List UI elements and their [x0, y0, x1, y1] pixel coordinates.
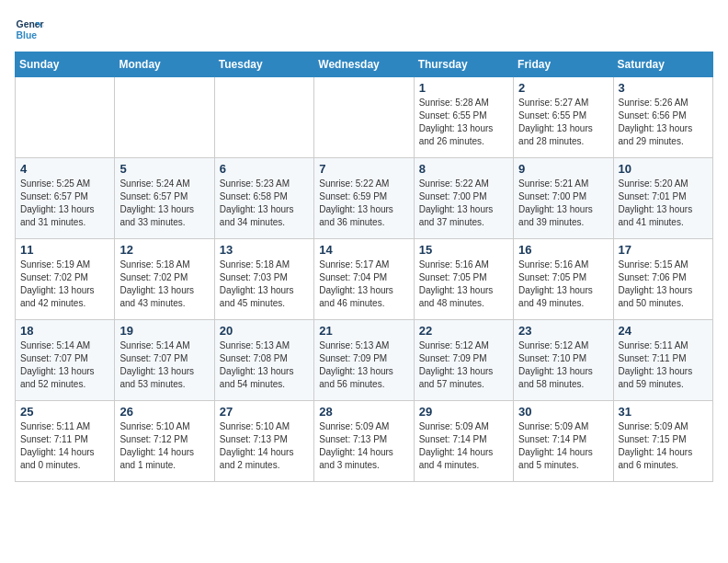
col-header-monday: Monday — [115, 52, 214, 77]
page-header: General Blue — [15, 15, 713, 44]
day-number: 18 — [20, 324, 109, 338]
day-info: Sunrise: 5:21 AM Sunset: 7:00 PM Dayligh… — [518, 178, 608, 229]
day-info: Sunrise: 5:13 AM Sunset: 7:09 PM Dayligh… — [319, 339, 408, 391]
day-info: Sunrise: 5:27 AM Sunset: 6:55 PM Dayligh… — [518, 97, 608, 148]
day-cell-30: 27Sunrise: 5:10 AM Sunset: 7:13 PM Dayli… — [214, 401, 313, 482]
day-number: 14 — [319, 243, 408, 257]
day-cell-10: 7Sunrise: 5:22 AM Sunset: 6:59 PM Daylig… — [314, 158, 414, 239]
day-number: 11 — [20, 243, 109, 257]
day-cell-5: 2Sunrise: 5:27 AM Sunset: 6:55 PM Daylig… — [514, 77, 613, 158]
day-cell-20: 17Sunrise: 5:15 AM Sunset: 7:06 PM Dayli… — [613, 239, 712, 320]
day-info: Sunrise: 5:09 AM Sunset: 7:14 PM Dayligh… — [419, 420, 508, 472]
day-cell-29: 26Sunrise: 5:10 AM Sunset: 7:12 PM Dayli… — [115, 401, 214, 482]
day-info: Sunrise: 5:16 AM Sunset: 7:05 PM Dayligh… — [419, 259, 508, 310]
day-cell-2 — [214, 77, 313, 158]
day-cell-27: 24Sunrise: 5:11 AM Sunset: 7:11 PM Dayli… — [613, 320, 712, 401]
day-cell-7: 4Sunrise: 5:25 AM Sunset: 6:57 PM Daylig… — [16, 158, 115, 239]
day-cell-28: 25Sunrise: 5:11 AM Sunset: 7:11 PM Dayli… — [16, 401, 115, 482]
day-cell-25: 22Sunrise: 5:12 AM Sunset: 7:09 PM Dayli… — [414, 320, 513, 401]
day-cell-16: 13Sunrise: 5:18 AM Sunset: 7:03 PM Dayli… — [214, 239, 313, 320]
day-info: Sunrise: 5:25 AM Sunset: 6:57 PM Dayligh… — [20, 178, 109, 229]
logo: General Blue — [15, 15, 44, 44]
week-row-4: 18Sunrise: 5:14 AM Sunset: 7:07 PM Dayli… — [16, 320, 713, 401]
day-number: 25 — [20, 405, 109, 419]
day-number: 7 — [319, 162, 408, 176]
day-cell-3 — [314, 77, 414, 158]
col-header-friday: Friday — [514, 52, 613, 77]
day-cell-4: 1Sunrise: 5:28 AM Sunset: 6:55 PM Daylig… — [414, 77, 513, 158]
day-info: Sunrise: 5:15 AM Sunset: 7:06 PM Dayligh… — [619, 259, 708, 310]
day-number: 3 — [619, 81, 708, 95]
day-number: 1 — [419, 81, 508, 95]
day-info: Sunrise: 5:20 AM Sunset: 7:01 PM Dayligh… — [619, 178, 708, 229]
day-cell-32: 29Sunrise: 5:09 AM Sunset: 7:14 PM Dayli… — [414, 401, 513, 482]
day-info: Sunrise: 5:09 AM Sunset: 7:15 PM Dayligh… — [619, 420, 708, 472]
day-info: Sunrise: 5:11 AM Sunset: 7:11 PM Dayligh… — [619, 339, 708, 391]
day-number: 17 — [619, 243, 708, 257]
day-info: Sunrise: 5:28 AM Sunset: 6:55 PM Dayligh… — [419, 97, 508, 148]
day-number: 26 — [119, 405, 209, 419]
day-info: Sunrise: 5:12 AM Sunset: 7:10 PM Dayligh… — [518, 339, 608, 391]
day-number: 9 — [518, 162, 608, 176]
day-cell-11: 8Sunrise: 5:22 AM Sunset: 7:00 PM Daylig… — [414, 158, 513, 239]
day-info: Sunrise: 5:12 AM Sunset: 7:09 PM Dayligh… — [419, 339, 508, 391]
day-number: 29 — [419, 405, 508, 419]
col-header-sunday: Sunday — [16, 52, 115, 77]
day-number: 6 — [220, 162, 309, 176]
col-header-tuesday: Tuesday — [214, 52, 313, 77]
day-number: 27 — [220, 405, 309, 419]
day-cell-17: 14Sunrise: 5:17 AM Sunset: 7:04 PM Dayli… — [314, 239, 414, 320]
day-number: 10 — [619, 162, 708, 176]
day-cell-13: 10Sunrise: 5:20 AM Sunset: 7:01 PM Dayli… — [613, 158, 712, 239]
col-header-wednesday: Wednesday — [314, 52, 414, 77]
logo-icon: General Blue — [15, 15, 44, 44]
day-number: 8 — [419, 162, 508, 176]
day-info: Sunrise: 5:10 AM Sunset: 7:12 PM Dayligh… — [119, 420, 209, 472]
calendar-header-row: SundayMondayTuesdayWednesdayThursdayFrid… — [16, 52, 713, 77]
day-info: Sunrise: 5:26 AM Sunset: 6:56 PM Dayligh… — [619, 97, 708, 148]
day-number: 15 — [419, 243, 508, 257]
day-cell-21: 18Sunrise: 5:14 AM Sunset: 7:07 PM Dayli… — [16, 320, 115, 401]
week-row-2: 4Sunrise: 5:25 AM Sunset: 6:57 PM Daylig… — [16, 158, 713, 239]
day-info: Sunrise: 5:24 AM Sunset: 6:57 PM Dayligh… — [119, 178, 209, 229]
day-info: Sunrise: 5:19 AM Sunset: 7:02 PM Dayligh… — [20, 259, 109, 310]
day-number: 28 — [319, 405, 408, 419]
day-info: Sunrise: 5:17 AM Sunset: 7:04 PM Dayligh… — [319, 259, 408, 310]
day-number: 30 — [518, 405, 608, 419]
svg-text:Blue: Blue — [17, 30, 38, 40]
col-header-thursday: Thursday — [414, 52, 513, 77]
day-info: Sunrise: 5:22 AM Sunset: 6:59 PM Dayligh… — [319, 178, 408, 229]
day-cell-0 — [16, 77, 115, 158]
day-cell-8: 5Sunrise: 5:24 AM Sunset: 6:57 PM Daylig… — [115, 158, 214, 239]
day-number: 31 — [619, 405, 708, 419]
day-cell-18: 15Sunrise: 5:16 AM Sunset: 7:05 PM Dayli… — [414, 239, 513, 320]
day-number: 4 — [20, 162, 109, 176]
day-cell-15: 12Sunrise: 5:18 AM Sunset: 7:02 PM Dayli… — [115, 239, 214, 320]
day-number: 2 — [518, 81, 608, 95]
day-info: Sunrise: 5:22 AM Sunset: 7:00 PM Dayligh… — [419, 178, 508, 229]
day-info: Sunrise: 5:16 AM Sunset: 7:05 PM Dayligh… — [518, 259, 608, 310]
day-number: 22 — [419, 324, 508, 338]
day-info: Sunrise: 5:10 AM Sunset: 7:13 PM Dayligh… — [220, 420, 309, 472]
day-info: Sunrise: 5:23 AM Sunset: 6:58 PM Dayligh… — [220, 178, 309, 229]
day-cell-31: 28Sunrise: 5:09 AM Sunset: 7:13 PM Dayli… — [314, 401, 414, 482]
day-cell-22: 19Sunrise: 5:14 AM Sunset: 7:07 PM Dayli… — [115, 320, 214, 401]
col-header-saturday: Saturday — [613, 52, 712, 77]
calendar-table: SundayMondayTuesdayWednesdayThursdayFrid… — [15, 52, 713, 482]
day-cell-26: 23Sunrise: 5:12 AM Sunset: 7:10 PM Dayli… — [514, 320, 613, 401]
day-info: Sunrise: 5:14 AM Sunset: 7:07 PM Dayligh… — [119, 339, 209, 391]
day-number: 12 — [119, 243, 209, 257]
day-cell-34: 31Sunrise: 5:09 AM Sunset: 7:15 PM Dayli… — [613, 401, 712, 482]
day-info: Sunrise: 5:13 AM Sunset: 7:08 PM Dayligh… — [220, 339, 309, 391]
day-info: Sunrise: 5:09 AM Sunset: 7:13 PM Dayligh… — [319, 420, 408, 472]
day-cell-19: 16Sunrise: 5:16 AM Sunset: 7:05 PM Dayli… — [514, 239, 613, 320]
week-row-3: 11Sunrise: 5:19 AM Sunset: 7:02 PM Dayli… — [16, 239, 713, 320]
day-cell-23: 20Sunrise: 5:13 AM Sunset: 7:08 PM Dayli… — [214, 320, 313, 401]
day-number: 13 — [220, 243, 309, 257]
day-info: Sunrise: 5:18 AM Sunset: 7:02 PM Dayligh… — [119, 259, 209, 310]
day-number: 20 — [220, 324, 309, 338]
day-info: Sunrise: 5:09 AM Sunset: 7:14 PM Dayligh… — [518, 420, 608, 472]
day-cell-14: 11Sunrise: 5:19 AM Sunset: 7:02 PM Dayli… — [16, 239, 115, 320]
week-row-5: 25Sunrise: 5:11 AM Sunset: 7:11 PM Dayli… — [16, 401, 713, 482]
day-number: 23 — [518, 324, 608, 338]
